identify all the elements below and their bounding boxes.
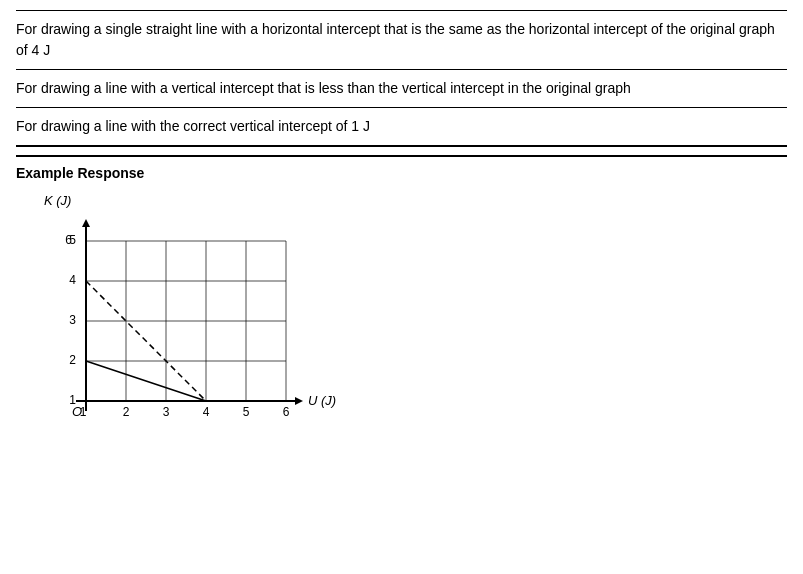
svg-text:5: 5 (243, 405, 250, 419)
section-1-text: For drawing a single straight line with … (16, 19, 787, 61)
svg-text:6: 6 (283, 405, 290, 419)
svg-text:3: 3 (163, 405, 170, 419)
svg-text:1: 1 (80, 405, 87, 419)
svg-marker-11 (82, 219, 90, 227)
svg-text:U (J): U (J) (308, 393, 336, 408)
section-2: For drawing a line with a vertical inter… (16, 69, 787, 107)
svg-text:1: 1 (69, 393, 76, 407)
svg-text:4: 4 (203, 405, 210, 419)
example-section: Example Response K (J) (16, 145, 787, 452)
svg-text:2: 2 (123, 405, 130, 419)
section-2-text: For drawing a line with a vertical inter… (16, 78, 787, 99)
svg-marker-13 (295, 397, 303, 405)
svg-text:4: 4 (69, 273, 76, 287)
svg-line-30 (86, 361, 206, 401)
graph-wrapper: K (J) (26, 193, 366, 444)
svg-text:6: 6 (65, 233, 72, 247)
graph-svg: O 1 2 3 4 5 6 1 2 3 4 5 6 6 U (J) (36, 211, 356, 441)
example-header: Example Response (16, 155, 787, 181)
section-3: For drawing a line with the correct vert… (16, 107, 787, 145)
section-3-text: For drawing a line with the correct vert… (16, 116, 787, 137)
svg-text:2: 2 (69, 353, 76, 367)
section-1: For drawing a single straight line with … (16, 10, 787, 69)
svg-text:3: 3 (69, 313, 76, 327)
svg-line-29 (86, 281, 206, 401)
y-axis-label: K (J) (44, 193, 71, 208)
